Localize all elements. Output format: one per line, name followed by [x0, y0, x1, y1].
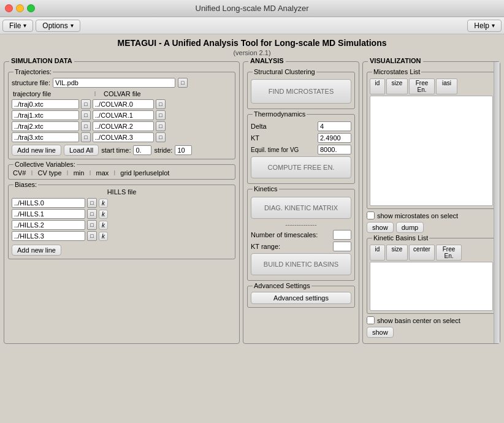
help-menu[interactable]: Help [467, 20, 502, 32]
list-item: □ k [12, 209, 232, 219]
traj-browse-3[interactable]: □ [81, 132, 91, 142]
traj-file-2[interactable] [12, 121, 79, 131]
clustering-box: Structural Clustering FIND MICROSTATES [247, 72, 355, 109]
kb-col-id: id [370, 245, 385, 261]
find-microstates-button[interactable]: FIND MICROSTATES [251, 79, 351, 104]
analysis-panel: ANALYSIS Structural Clustering FIND MICR… [243, 61, 359, 344]
biases-box: Biases: HILLS file □ k □ k □ k □ k [8, 185, 235, 259]
show-basin-button[interactable]: show [367, 327, 394, 338]
hills-k-btn-1[interactable]: k [99, 210, 108, 219]
show-basin-center-checkbox[interactable] [367, 316, 375, 324]
cv-box: Collective Variables: CV# I CV type I mi… [8, 164, 235, 180]
compute-free-energy-button[interactable]: COMPUTE FREE EN. [251, 156, 351, 178]
options-menu[interactable]: Options [36, 20, 80, 32]
cv-header-max: max [96, 169, 109, 177]
kt-input[interactable] [318, 133, 351, 143]
visualization-section-label: VISUALIZATION [368, 57, 423, 64]
num-timescales-label: Number of timescales: [251, 231, 330, 238]
start-time-label: start time: [101, 147, 131, 154]
dump-button[interactable]: dump [396, 222, 424, 233]
cv-sep-1: I [31, 169, 32, 177]
cv-sep-4: I [113, 169, 115, 177]
cv-header-min: min [74, 169, 85, 177]
hills-k-btn-3[interactable]: k [99, 232, 108, 241]
traj-file-1[interactable] [12, 110, 79, 120]
cv-header-num: CV# [13, 169, 26, 177]
kinetic-basins-label: Kinetic Basins List [372, 234, 429, 242]
trajectories-box: Trajectories: structure file: □ trajecto… [8, 72, 235, 159]
file-menu[interactable]: File [2, 20, 33, 32]
hills-browse-2[interactable]: □ [87, 220, 97, 230]
hills-k-btn-0[interactable]: k [99, 199, 108, 208]
hills-browse-3[interactable]: □ [87, 231, 97, 241]
table-row: □ □ [12, 99, 232, 109]
table-row: □ □ [12, 110, 232, 120]
kb-col-size: size [386, 245, 408, 261]
build-kinetic-basins-button[interactable]: BUILD KINETIC BASINS [251, 253, 351, 275]
colvar-browse-3[interactable]: □ [156, 132, 166, 142]
window-title: Unified Long-scale MD Analyzer [196, 4, 309, 13]
traj-file-0[interactable] [12, 99, 79, 109]
colvar-file-2[interactable] [93, 121, 154, 131]
stride-input[interactable] [175, 145, 192, 155]
clustering-label: Structural Clustering [253, 68, 316, 75]
hills-file-0[interactable] [12, 198, 85, 208]
colvar-browse-0[interactable]: □ [156, 99, 166, 109]
ms-col-id: id [370, 78, 385, 94]
diag-kinetic-matrix-button[interactable]: DIAG. KINETIC MATRIX [251, 197, 351, 219]
add-new-line-hills-button[interactable]: Add new line [12, 245, 61, 256]
colvar-browse-1[interactable]: □ [156, 110, 166, 120]
kinetic-basins-table [370, 262, 493, 311]
list-item: □ k [12, 198, 232, 208]
show-microstates-checkbox[interactable] [367, 212, 375, 219]
structure-file-input[interactable] [53, 78, 175, 88]
trajectories-label: Trajectories: [13, 68, 53, 75]
kb-col-center: center [409, 245, 435, 261]
colvar-file-1[interactable] [93, 110, 154, 120]
minimize-button[interactable] [16, 4, 24, 12]
advanced-settings-button[interactable]: Advanced settings [251, 292, 351, 304]
traj-browse-1[interactable]: □ [81, 110, 91, 120]
microstates-label: Microstates List [372, 68, 421, 75]
kt-label: KT [251, 134, 315, 142]
kt-range-input[interactable] [333, 242, 351, 251]
table-row: □ □ [12, 132, 232, 142]
add-new-line-button[interactable]: Add new line [12, 145, 61, 156]
traj-browse-0[interactable]: □ [81, 99, 91, 109]
kinetic-basins-box: Kinetic Basins List id size center Free … [367, 238, 496, 314]
traj-browse-2[interactable]: □ [81, 121, 91, 131]
hills-k-btn-2[interactable]: k [99, 221, 108, 230]
num-timescales-input[interactable] [333, 230, 351, 240]
hills-browse-0[interactable]: □ [87, 198, 97, 208]
cv-header-type: CV type [37, 169, 61, 177]
show-microstates-label: show microstates on select [377, 212, 458, 219]
load-all-button[interactable]: Load All [64, 145, 99, 156]
cv-header-grid: grid lperluselplot [120, 169, 169, 177]
simulation-section-label: SIMULATION DATA [9, 57, 74, 64]
delta-input[interactable] [318, 121, 351, 131]
colvar-browse-2[interactable]: □ [156, 121, 166, 131]
hills-file-1[interactable] [12, 209, 85, 219]
show-microstates-button[interactable]: show [367, 222, 394, 233]
microstates-table [370, 96, 493, 206]
app-title: METAGUI - A Unified Analysis Tool for Lo… [5, 38, 499, 48]
list-item: □ k [12, 220, 232, 230]
hills-header: HILLS file [12, 188, 232, 196]
scrollbar[interactable] [494, 62, 500, 343]
cv-section-label: Collective Variables: [13, 161, 77, 168]
analysis-section-label: ANALYSIS [248, 57, 286, 64]
colvar-file-3[interactable] [93, 132, 154, 142]
colvar-file-0[interactable] [93, 99, 154, 109]
structure-file-browse[interactable]: □ [178, 78, 188, 88]
traj-file-3[interactable] [12, 132, 79, 142]
delta-label: Delta [251, 123, 315, 130]
thermodynamics-box: Thermodynamics Delta KT Equil. time for … [247, 114, 355, 184]
start-time-input[interactable] [133, 145, 151, 155]
hills-file-2[interactable] [12, 220, 85, 230]
hills-browse-1[interactable]: □ [87, 209, 97, 219]
show-basin-label: show basin center on select [377, 317, 460, 324]
hills-file-3[interactable] [12, 231, 85, 241]
equil-input[interactable] [318, 145, 351, 154]
maximize-button[interactable] [27, 4, 35, 12]
close-button[interactable] [5, 4, 13, 12]
